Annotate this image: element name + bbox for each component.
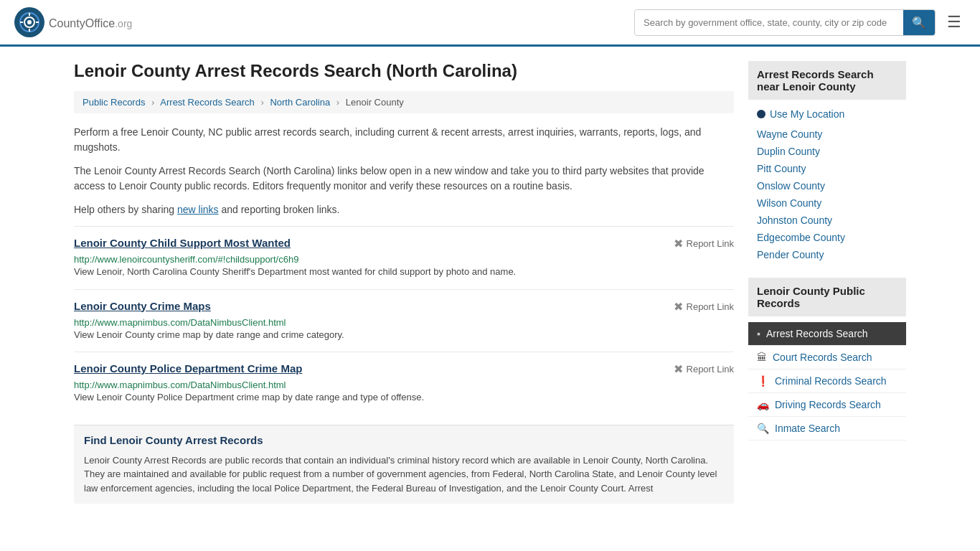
nearby-header: Arrest Records Search near Lenoir County bbox=[748, 61, 906, 100]
nearby-section: Arrest Records Search near Lenoir County… bbox=[748, 61, 906, 263]
desc-1: Perform a free Lenoir County, NC public … bbox=[74, 125, 734, 155]
link-item-title: Lenoir County Crime Maps ✖ Report Link bbox=[74, 300, 734, 314]
logo-area: CountyOffice.org bbox=[14, 7, 132, 37]
nearby-county-item: Pender County bbox=[748, 246, 906, 263]
page-title: Lenoir County Arrest Records Search (Nor… bbox=[74, 61, 734, 81]
nearby-county-link[interactable]: Onslow County bbox=[757, 180, 825, 192]
sidebar: Arrest Records Search near Lenoir County… bbox=[748, 61, 906, 504]
menu-button[interactable]: ☰ bbox=[943, 9, 966, 36]
link-item-link[interactable]: Lenoir County Child Support Most Wanted bbox=[74, 237, 291, 249]
pub-records-label[interactable]: Court Records Search bbox=[773, 352, 872, 363]
pub-records-nav-item[interactable]: 🏛 Court Records Search bbox=[748, 346, 906, 369]
pub-records-header: Lenoir County Public Records bbox=[748, 278, 906, 316]
find-section: Find Lenoir County Arrest Records Lenoir… bbox=[74, 425, 734, 504]
pub-records-nav-item[interactable]: 🔍 Inmate Search bbox=[748, 417, 906, 441]
desc-3: Help others by sharing new links and rep… bbox=[74, 202, 734, 217]
nearby-county-item: Edgecombe County bbox=[748, 229, 906, 246]
search-button[interactable]: 🔍 bbox=[903, 10, 935, 35]
pub-records-nav-item[interactable]: ❗ Criminal Records Search bbox=[748, 369, 906, 393]
breadcrumb-public-records[interactable]: Public Records bbox=[83, 97, 145, 108]
report-icon: ✖ bbox=[674, 362, 683, 376]
breadcrumb: Public Records › Arrest Records Search ›… bbox=[74, 91, 734, 113]
nearby-county-item: Pitt County bbox=[748, 160, 906, 177]
nearby-counties-list: Wayne CountyDuplin CountyPitt CountyOnsl… bbox=[748, 126, 906, 263]
find-section-desc: Lenoir County Arrest Records are public … bbox=[84, 453, 724, 496]
nearby-county-link[interactable]: Edgecombe County bbox=[757, 232, 845, 243]
report-link-btn[interactable]: ✖ Report Link bbox=[674, 300, 734, 314]
pub-records-nav-item[interactable]: 🚗 Driving Records Search bbox=[748, 393, 906, 417]
nearby-county-item: Wayne County bbox=[748, 126, 906, 143]
logo-text: CountyOffice.org bbox=[49, 14, 132, 31]
main-container: Lenoir County Arrest Records Search (Nor… bbox=[60, 47, 920, 518]
nearby-county-item: Wilson County bbox=[748, 194, 906, 212]
link-desc: View Lenoir County crime map by date ran… bbox=[74, 328, 734, 342]
nav-icon: 🔍 bbox=[757, 423, 769, 434]
link-url[interactable]: http://www.lenoircountysheriff.com/#!chi… bbox=[74, 254, 298, 265]
nearby-county-link[interactable]: Johnston County bbox=[757, 215, 832, 226]
nearby-county-item: Johnston County bbox=[748, 212, 906, 229]
link-item-link[interactable]: Lenoir County Police Department Crime Ma… bbox=[74, 362, 302, 375]
nearby-county-item: Onslow County bbox=[748, 177, 906, 194]
breadcrumb-current: Lenoir County bbox=[346, 97, 404, 108]
nearby-county-link[interactable]: Wayne County bbox=[757, 128, 822, 140]
location-icon bbox=[757, 110, 765, 118]
breadcrumb-north-carolina[interactable]: North Carolina bbox=[270, 97, 330, 108]
content-area: Lenoir County Arrest Records Search (Nor… bbox=[74, 61, 734, 504]
desc-2: The Lenoir County Arrest Records Search … bbox=[74, 164, 734, 194]
pub-records-label[interactable]: Criminal Records Search bbox=[775, 375, 887, 387]
nav-icon: 🚗 bbox=[757, 399, 769, 410]
link-item-title: Lenoir County Police Department Crime Ma… bbox=[74, 362, 734, 376]
header-right: 🔍 ☰ bbox=[634, 9, 966, 36]
nearby-county-link[interactable]: Pitt County bbox=[757, 163, 806, 174]
nearby-county-link[interactable]: Duplin County bbox=[757, 146, 820, 157]
pub-records-nav: ▪ Arrest Records Search 🏛 Court Records … bbox=[748, 322, 906, 441]
svg-point-2 bbox=[27, 20, 32, 24]
search-input[interactable] bbox=[635, 11, 903, 34]
link-url[interactable]: http://www.mapnimbus.com/DataNimbusClien… bbox=[74, 317, 286, 328]
nearby-county-item: Duplin County bbox=[748, 143, 906, 160]
report-link-btn[interactable]: ✖ Report Link bbox=[674, 237, 734, 250]
link-item: Lenoir County Crime Maps ✖ Report Link h… bbox=[74, 289, 734, 352]
nav-icon: ▪ bbox=[757, 328, 760, 339]
link-item: Lenoir County Child Support Most Wanted … bbox=[74, 226, 734, 289]
new-links-link[interactable]: new links bbox=[177, 204, 219, 215]
pub-records-label: Arrest Records Search bbox=[766, 328, 868, 339]
logo-icon bbox=[14, 7, 44, 37]
report-icon: ✖ bbox=[674, 237, 683, 250]
link-url[interactable]: http://www.mapnimbus.com/DataNimbusClien… bbox=[74, 380, 286, 390]
nav-icon: 🏛 bbox=[757, 352, 767, 363]
nav-icon: ❗ bbox=[757, 375, 769, 387]
report-link-btn[interactable]: ✖ Report Link bbox=[674, 362, 734, 376]
link-items-container: Lenoir County Child Support Most Wanted … bbox=[74, 226, 734, 415]
search-box: 🔍 bbox=[634, 9, 936, 36]
link-item: Lenoir County Police Department Crime Ma… bbox=[74, 352, 734, 415]
pub-records-section: Lenoir County Public Records ▪ Arrest Re… bbox=[748, 278, 906, 441]
pub-records-label[interactable]: Inmate Search bbox=[775, 423, 840, 434]
nearby-county-link[interactable]: Pender County bbox=[757, 249, 824, 260]
pub-records-label[interactable]: Driving Records Search bbox=[775, 399, 881, 410]
link-item-link[interactable]: Lenoir County Crime Maps bbox=[74, 300, 211, 312]
nearby-county-link[interactable]: Wilson County bbox=[757, 197, 821, 209]
pub-records-nav-item[interactable]: ▪ Arrest Records Search bbox=[748, 322, 906, 346]
link-desc: View Lenoir, North Carolina County Sheri… bbox=[74, 265, 734, 279]
report-icon: ✖ bbox=[674, 300, 683, 314]
find-section-title: Find Lenoir County Arrest Records bbox=[84, 434, 724, 446]
link-desc: View Lenoir County Police Department cri… bbox=[74, 390, 734, 405]
header: CountyOffice.org 🔍 ☰ bbox=[0, 0, 980, 47]
use-location-btn[interactable]: Use My Location bbox=[748, 105, 906, 126]
breadcrumb-arrest-records[interactable]: Arrest Records Search bbox=[160, 97, 255, 108]
link-item-title: Lenoir County Child Support Most Wanted … bbox=[74, 237, 734, 250]
